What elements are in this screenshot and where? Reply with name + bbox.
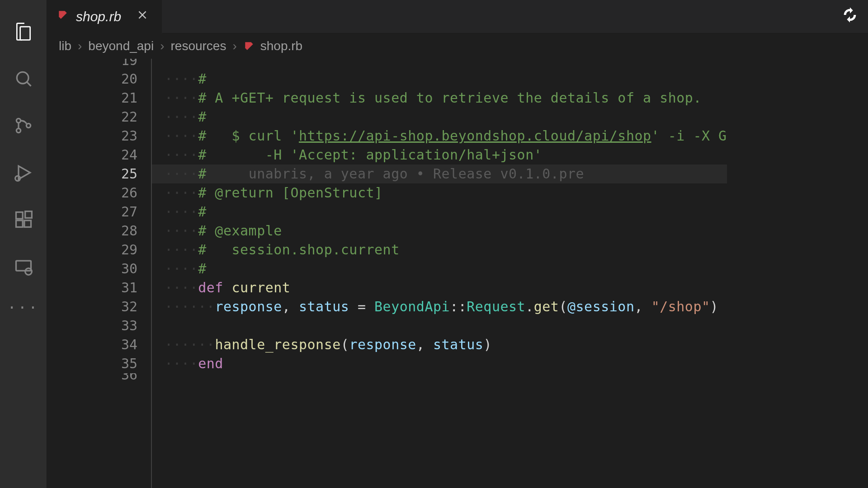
line-number: 27 — [47, 202, 137, 221]
code-line: ····# @example — [152, 221, 727, 240]
code-line: ····# $ curl 'https://api-shop.beyondsho… — [152, 127, 727, 145]
line-number: 23 — [47, 127, 137, 145]
line-number: 25 — [47, 164, 137, 183]
line-number: 32 — [47, 297, 137, 316]
svg-rect-7 — [16, 221, 23, 227]
line-number: 34 — [47, 335, 137, 354]
code-line: ····# unabris, a year ago • Release v0.1… — [152, 164, 727, 183]
line-number: 24 — [47, 145, 137, 164]
run-debug-icon[interactable] — [9, 158, 38, 187]
tab-bar: shop.rb — [47, 0, 868, 33]
chevron-right-icon: › — [232, 39, 236, 53]
search-icon[interactable] — [9, 64, 38, 93]
code-line: ······handle_response(response, status) — [152, 335, 727, 354]
code-line: ······response, status = BeyondApi::Requ… — [152, 297, 727, 316]
code-line: ····# — [152, 108, 727, 127]
code-line — [152, 59, 727, 70]
crumb-beyond-api[interactable]: beyond_api — [88, 39, 154, 53]
code-line: ····end — [152, 354, 727, 373]
crumb-resources[interactable]: resources — [170, 39, 226, 53]
svg-rect-6 — [16, 212, 23, 219]
code-line: ····# @return [OpenStruct] — [152, 183, 727, 202]
line-gutter: 19 20 21 22 23 24 25 26 27 28 29 30 31 3… — [47, 59, 151, 488]
tab-shop-rb[interactable]: shop.rb — [47, 0, 162, 33]
code-area[interactable]: ····# ····# A +GET+ request is used to r… — [151, 59, 868, 488]
line-number: 26 — [47, 183, 137, 202]
svg-rect-10 — [16, 261, 31, 271]
code-line: ····# A +GET+ request is used to retriev… — [152, 89, 727, 108]
git-compare-icon[interactable] — [841, 6, 868, 27]
chevron-right-icon: › — [78, 39, 82, 53]
line-number: 35 — [47, 354, 137, 373]
code-line: ····# -H 'Accept: application/hal+json' — [152, 145, 727, 164]
code-line: ····# — [152, 259, 727, 278]
line-number: 20 — [47, 70, 137, 89]
code-line: ····# — [152, 202, 727, 221]
editor[interactable]: 19 20 21 22 23 24 25 26 27 28 29 30 31 3… — [47, 59, 868, 488]
code-line: ····# — [152, 70, 727, 89]
main-area: shop.rb lib › beyond_api › resources › s… — [47, 0, 868, 488]
line-number: 29 — [47, 240, 137, 259]
svg-point-4 — [26, 123, 30, 127]
code-line: ····# session.shop.current — [152, 240, 727, 259]
line-number: 21 — [47, 89, 137, 108]
svg-point-3 — [16, 128, 20, 132]
code-line: ····def current — [152, 278, 727, 297]
line-number: 22 — [47, 108, 137, 127]
extensions-icon[interactable] — [9, 205, 38, 234]
breadcrumb[interactable]: lib › beyond_api › resources › shop.rb — [47, 33, 868, 59]
line-number: 36 — [47, 373, 137, 384]
svg-line-1 — [27, 82, 31, 86]
svg-point-0 — [17, 72, 28, 84]
chevron-right-icon: › — [160, 39, 164, 53]
tab-label: shop.rb — [76, 9, 121, 24]
line-number: 19 — [47, 59, 137, 70]
app-root: ··· shop.rb lib › beyond_api › resources — [0, 0, 868, 488]
svg-point-2 — [16, 118, 20, 122]
line-number: 31 — [47, 278, 137, 297]
source-control-icon[interactable] — [9, 111, 38, 140]
activity-bar: ··· — [0, 0, 47, 488]
crumb-file[interactable]: shop.rb — [260, 39, 302, 53]
ruby-icon — [243, 40, 255, 52]
remote-icon[interactable] — [9, 252, 38, 281]
ruby-icon — [57, 9, 69, 24]
code-line — [152, 316, 727, 335]
crumb-lib[interactable]: lib — [59, 39, 71, 53]
code-line — [152, 373, 727, 384]
line-number: 28 — [47, 221, 137, 240]
explorer-icon[interactable] — [9, 17, 38, 46]
line-number: 30 — [47, 259, 137, 278]
svg-point-11 — [25, 268, 32, 275]
svg-rect-9 — [25, 211, 32, 218]
more-icon[interactable]: ··· — [8, 299, 39, 316]
close-icon[interactable] — [137, 9, 148, 24]
line-number: 33 — [47, 316, 137, 335]
svg-rect-8 — [24, 221, 31, 227]
